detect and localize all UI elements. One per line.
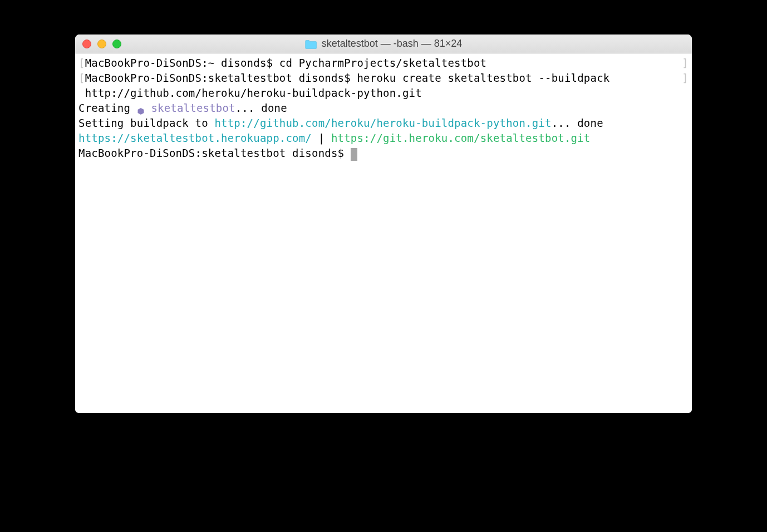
separator: | (312, 132, 331, 144)
title-area: sketaltestbot — -bash — 81×24 (305, 38, 463, 50)
app-url: https://sketaltestbot.herokuapp.com/ (78, 132, 312, 144)
folder-icon (305, 39, 317, 49)
command-text: heroku create sketaltestbot --buildpack (357, 72, 609, 84)
command-text: cd PycharmProjects/sketaltestbot (279, 57, 486, 69)
buildpack-url: http://github.com/heroku/heroku-buildpac… (214, 117, 551, 129)
command-continuation: http://github.com/heroku/heroku-buildpac… (78, 87, 422, 99)
terminal-line: https://sketaltestbot.herokuapp.com/ | h… (78, 131, 689, 146)
prompt: MacBookPro-DiSonDS:~ disonds$ (85, 57, 279, 69)
window-title: sketaltestbot — -bash — 81×24 (322, 38, 463, 50)
prompt: MacBookPro-DiSonDS:sketaltestbot disonds… (78, 147, 351, 159)
output-text: ... done (552, 117, 603, 129)
terminal-line: Creating sketaltestbot... done (78, 101, 689, 116)
hexagon-icon (137, 104, 145, 112)
output-text: ... done (235, 102, 287, 114)
close-button[interactable] (82, 40, 91, 48)
terminal-line: http://github.com/heroku/heroku-buildpac… (78, 86, 689, 101)
terminal-body[interactable]: [MacBookPro-DiSonDS:~ disonds$ cd Pychar… (75, 53, 692, 163)
terminal-line: MacBookPro-DiSonDS:sketaltestbot disonds… (78, 146, 689, 161)
output-text: Creating (78, 102, 137, 114)
traffic-lights (82, 40, 121, 48)
git-url: https://git.heroku.com/sketaltestbot.git (331, 132, 591, 144)
prompt: MacBookPro-DiSonDS:sketaltestbot disonds… (85, 72, 357, 84)
output-text: Setting buildpack to (78, 117, 214, 129)
cursor-icon (351, 148, 357, 161)
terminal-line: Setting buildpack to http://github.com/h… (78, 116, 689, 131)
terminal-line: [MacBookPro-DiSonDS:~ disonds$ cd Pychar… (78, 56, 689, 71)
svg-marker-0 (137, 108, 144, 115)
terminal-window: sketaltestbot — -bash — 81×24 [MacBookPr… (75, 35, 692, 413)
titlebar[interactable]: sketaltestbot — -bash — 81×24 (75, 35, 692, 53)
app-name: sketaltestbot (151, 102, 235, 114)
terminal-line: [MacBookPro-DiSonDS:sketaltestbot disond… (78, 71, 689, 86)
minimize-button[interactable] (97, 40, 106, 48)
maximize-button[interactable] (112, 40, 121, 48)
